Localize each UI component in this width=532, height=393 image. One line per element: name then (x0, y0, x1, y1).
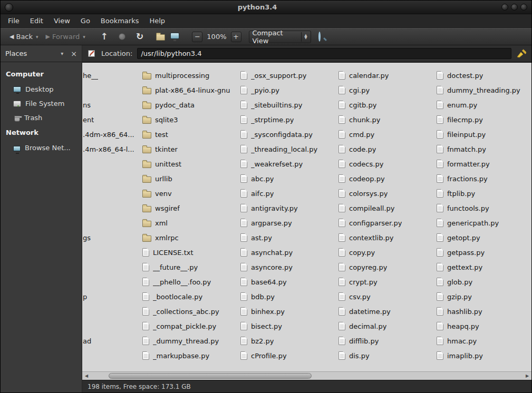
file-item[interactable]: ent (82, 112, 140, 127)
file-item[interactable]: heapq.py (434, 319, 531, 333)
file-item[interactable]: dis.py (336, 348, 434, 363)
file-item[interactable]: contextlib.py (336, 230, 434, 245)
file-item[interactable]: copyreg.py (336, 260, 434, 274)
back-button[interactable]: ◀ Back ▾ (6, 31, 42, 42)
file-item[interactable]: cProfile.py (238, 348, 336, 363)
file-item[interactable]: ns (82, 97, 140, 112)
file-item[interactable]: _sysconfigdata.py (238, 127, 336, 142)
places-dropdown-icon[interactable]: ▾ (61, 51, 63, 56)
file-item[interactable]: csv.py (336, 289, 434, 304)
file-item[interactable]: ad (82, 333, 140, 348)
folder-item[interactable]: tkinter (140, 142, 238, 156)
file-item[interactable]: cgi.py (336, 83, 434, 97)
file-item[interactable]: compileall.py (336, 201, 434, 215)
file-item[interactable]: he__ (82, 68, 140, 83)
file-item[interactable]: getopt.py (434, 230, 531, 245)
file-item[interactable]: formatter.py (434, 156, 531, 171)
file-item[interactable]: _bootlocale.py (140, 289, 238, 304)
folder-item[interactable]: venv (140, 186, 238, 201)
file-item[interactable]: fnmatch.py (434, 142, 531, 156)
sidebar-item-trash[interactable]: Trash (1, 111, 82, 125)
clean-brush-icon[interactable] (516, 49, 526, 58)
file-item[interactable]: antigravity.py (238, 201, 336, 215)
file-item[interactable]: datetime.py (336, 304, 434, 319)
edit-location-icon[interactable] (88, 49, 96, 58)
menu-item-view[interactable]: View (49, 15, 75, 27)
file-item[interactable]: copy.py (336, 245, 434, 260)
folder-item[interactable]: urllib (140, 171, 238, 186)
places-close-icon[interactable]: × (71, 50, 77, 58)
maximize-button[interactable] (511, 4, 518, 11)
forward-button[interactable]: ▶ Forward ▾ (42, 31, 89, 42)
file-item[interactable]: difflib.py (336, 333, 434, 348)
file-item[interactable]: binhex.py (238, 304, 336, 319)
folder-item[interactable]: pydoc_data (140, 97, 238, 112)
file-item[interactable]: gs (82, 230, 140, 245)
file-item[interactable]: p (82, 289, 140, 304)
file-item[interactable]: genericpath.py (434, 215, 531, 230)
file-item[interactable]: chunk.py (336, 112, 434, 127)
file-item[interactable]: bz2.py (238, 333, 336, 348)
folder-item[interactable]: wsgiref (140, 201, 238, 215)
file-item[interactable]: codecs.py (336, 156, 434, 171)
file-item[interactable]: __phello__.foo.py (140, 274, 238, 289)
file-item[interactable]: _dummy_thread.py (140, 333, 238, 348)
scroll-left-icon[interactable]: ◀ (82, 374, 91, 378)
menu-item-edit[interactable]: Edit (25, 15, 49, 27)
up-button[interactable]: ↑ (101, 32, 108, 41)
file-item[interactable]: functools.py (434, 201, 531, 215)
file-item[interactable]: _collections_abc.py (140, 304, 238, 319)
folder-item[interactable]: xml (140, 215, 238, 230)
file-item[interactable]: asynchat.py (238, 245, 336, 260)
file-item[interactable]: __future__.py (140, 260, 238, 274)
spin-down-icon[interactable]: ▼ (304, 37, 307, 40)
file-item[interactable]: hmac.py (434, 333, 531, 348)
file-item[interactable]: _threading_local.py (238, 142, 336, 156)
file-item[interactable]: imaplib.py (434, 348, 531, 363)
forward-dropdown-icon[interactable]: ▾ (83, 34, 85, 40)
file-item[interactable]: _pyio.py (238, 83, 336, 97)
file-item[interactable]: abc.py (238, 171, 336, 186)
file-item[interactable]: LICENSE.txt (140, 245, 238, 260)
file-item[interactable]: bisect.py (238, 319, 336, 333)
file-item[interactable]: cmd.py (336, 127, 434, 142)
file-item[interactable]: code.py (336, 142, 434, 156)
file-item[interactable]: _compat_pickle.py (140, 319, 238, 333)
file-item[interactable]: .4dm-x86_64... (82, 127, 140, 142)
file-item[interactable]: fileinput.py (434, 127, 531, 142)
zoom-in-button[interactable]: + (231, 32, 241, 42)
file-item[interactable]: filecmp.py (434, 112, 531, 127)
folder-item[interactable]: multiprocessing (140, 68, 238, 83)
file-item[interactable]: base64.py (238, 274, 336, 289)
file-item[interactable]: codeop.py (336, 171, 434, 186)
file-item[interactable]: _osx_support.py (238, 68, 336, 83)
menu-item-file[interactable]: File (3, 15, 25, 27)
folder-item[interactable]: sqlite3 (140, 112, 238, 127)
file-item[interactable]: dummy_threading.py (434, 83, 531, 97)
back-dropdown-icon[interactable]: ▾ (36, 34, 38, 40)
file-item[interactable]: fractions.py (434, 171, 531, 186)
horizontal-scrollbar[interactable]: ◀ ▶ (82, 371, 531, 380)
file-item[interactable]: _sitebuiltins.py (238, 97, 336, 112)
view-mode-dropdown[interactable]: Compact View ▲ ▼ (249, 31, 311, 43)
minimize-button[interactable] (501, 4, 508, 11)
zoom-out-button[interactable]: − (192, 32, 202, 42)
menu-item-bookmarks[interactable]: Bookmarks (95, 15, 144, 27)
file-item[interactable]: gzip.py (434, 289, 531, 304)
file-item[interactable]: ftplib.py (434, 186, 531, 201)
stop-button[interactable] (119, 33, 125, 40)
close-button[interactable] (520, 4, 527, 11)
file-item[interactable]: hashlib.py (434, 304, 531, 319)
folder-item[interactable]: xmlrpc (140, 230, 238, 245)
location-input[interactable] (137, 48, 511, 59)
search-icon[interactable] (318, 33, 326, 41)
sidebar-item-browse-net[interactable]: Browse Net... (1, 141, 82, 155)
file-item[interactable]: gettext.py (434, 260, 531, 274)
menu-item-go[interactable]: Go (75, 15, 95, 27)
menu-item-help[interactable]: Help (144, 15, 170, 27)
file-item[interactable]: bdb.py (238, 289, 336, 304)
folder-item[interactable]: plat-x86_64-linux-gnu (140, 83, 238, 97)
sidebar-item-desktop[interactable]: Desktop (1, 82, 82, 96)
file-item[interactable]: _markupbase.py (140, 348, 238, 363)
file-item[interactable]: crypt.py (336, 274, 434, 289)
